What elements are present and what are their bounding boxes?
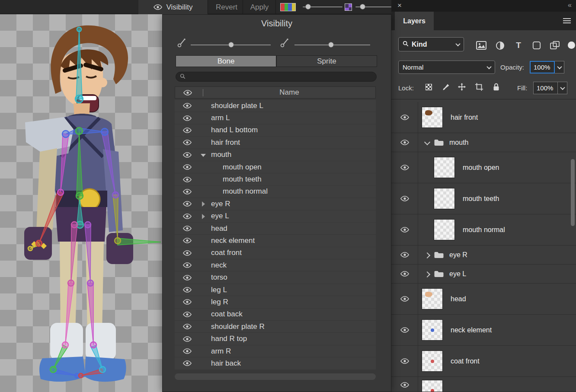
filter-adjustment-icon[interactable]	[495, 41, 505, 50]
eye-icon[interactable]	[175, 115, 200, 121]
expander-icon[interactable]	[200, 124, 208, 136]
table-row[interactable]: neck element	[175, 235, 376, 246]
expander-icon[interactable]	[200, 100, 208, 112]
eye-icon[interactable]	[175, 249, 200, 256]
table-row[interactable]: neck	[175, 259, 376, 271]
table-row[interactable]: mouth	[175, 149, 376, 161]
layer-row[interactable]: mouth open	[391, 152, 576, 183]
eye-cell[interactable]	[391, 183, 418, 214]
layer-row[interactable]: neck element	[391, 315, 576, 346]
expander-icon[interactable]	[200, 259, 208, 271]
eye-icon[interactable]	[175, 127, 200, 134]
table-row[interactable]: mouth open	[175, 161, 376, 173]
panel-bone-opacity-knob[interactable]	[228, 42, 234, 48]
group-row[interactable]: eye R	[391, 245, 576, 265]
table-row[interactable]: eye L	[175, 210, 376, 222]
eye-icon[interactable]	[400, 164, 410, 171]
eye-cell[interactable]	[391, 315, 418, 345]
eye-icon[interactable]	[175, 348, 200, 355]
lock-transparency-icon[interactable]	[423, 82, 434, 92]
eye-icon[interactable]	[175, 188, 200, 195]
search-box[interactable]	[176, 72, 377, 82]
table-row[interactable]: torso	[175, 271, 376, 283]
expander-icon[interactable]	[424, 252, 429, 258]
layer-row[interactable]: hair front	[391, 102, 576, 133]
layer-row[interactable]	[391, 377, 576, 392]
eye-icon[interactable]	[175, 311, 200, 318]
eye-icon[interactable]	[175, 176, 200, 183]
expander-icon[interactable]	[424, 140, 429, 145]
expander-icon[interactable]	[200, 247, 208, 259]
table-row[interactable]: hand R top	[175, 333, 376, 344]
vertical-scrollbar[interactable]	[571, 159, 575, 226]
layer-thumbnail[interactable]	[422, 380, 443, 392]
eye-icon[interactable]	[175, 213, 200, 220]
eye-icon[interactable]	[400, 252, 410, 258]
group-row[interactable]: mouth	[391, 133, 576, 152]
opacity-input[interactable]: 100%	[530, 61, 555, 73]
lock-pixels-brush-icon[interactable]	[441, 82, 451, 92]
eye-icon[interactable]	[400, 381, 410, 388]
eye-icon[interactable]	[175, 360, 200, 367]
fill-input[interactable]: 100%	[533, 82, 558, 94]
table-row[interactable]: eye R	[175, 198, 376, 210]
layer-thumbnail[interactable]	[422, 351, 443, 372]
eye-icon[interactable]	[400, 226, 410, 233]
layer-thumbnail[interactable]	[434, 219, 455, 240]
expander-icon[interactable]	[200, 174, 208, 185]
layer-thumbnail[interactable]	[422, 288, 443, 309]
expander-icon[interactable]	[200, 321, 208, 332]
expander-icon[interactable]	[200, 112, 208, 124]
eye-icon[interactable]	[400, 358, 410, 365]
expander-icon[interactable]	[424, 271, 429, 277]
eye-icon[interactable]	[175, 287, 200, 293]
filter-smart-object-icon[interactable]	[550, 41, 560, 50]
sprite-tint-swatch[interactable]	[345, 3, 352, 11]
eye-cell[interactable]	[391, 133, 418, 152]
eye-cell[interactable]	[391, 284, 418, 314]
lock-position-move-icon[interactable]	[457, 82, 467, 92]
search-input[interactable]	[188, 73, 376, 80]
expander-icon[interactable]	[200, 296, 208, 308]
layer-thumbnail[interactable]	[434, 157, 455, 178]
table-row[interactable]: hand L bottom	[175, 124, 376, 136]
bone-opacity-knob[interactable]	[305, 4, 311, 10]
expander-icon[interactable]	[200, 186, 208, 198]
eye-icon[interactable]	[175, 201, 200, 207]
eye-cell[interactable]	[391, 152, 418, 183]
eye-icon[interactable]	[175, 335, 200, 342]
tab-layers[interactable]: Layers	[395, 12, 434, 30]
expander-icon[interactable]	[200, 284, 208, 296]
table-row[interactable]: arm L	[175, 112, 376, 124]
expander-icon[interactable]	[200, 333, 208, 345]
eye-icon[interactable]	[175, 164, 200, 171]
eye-icon[interactable]	[400, 327, 410, 334]
eye-icon[interactable]	[175, 139, 200, 146]
layer-row[interactable]: coat front	[391, 346, 576, 377]
filter-toggle-button[interactable]	[568, 41, 575, 49]
sprite-opacity-knob[interactable]	[360, 4, 365, 10]
expander-icon[interactable]	[200, 345, 208, 357]
group-row[interactable]: eye L	[391, 265, 576, 284]
expander-icon[interactable]	[200, 149, 208, 161]
table-row[interactable]: leg L	[175, 284, 376, 296]
layer-thumbnail[interactable]	[422, 319, 443, 341]
eye-icon[interactable]	[400, 114, 410, 121]
eye-icon[interactable]	[175, 102, 200, 109]
table-row[interactable]: head	[175, 223, 376, 234]
panel-menu-icon[interactable]	[563, 18, 571, 25]
expander-icon[interactable]	[200, 272, 208, 284]
opacity-dropdown-button[interactable]	[555, 61, 564, 73]
table-row[interactable]: shoulder plate R	[175, 321, 376, 332]
eye-icon[interactable]	[175, 323, 200, 330]
eye-icon[interactable]	[400, 271, 410, 277]
expander-icon[interactable]	[200, 161, 208, 173]
eye-cell[interactable]	[391, 102, 418, 133]
eye-icon[interactable]	[175, 237, 200, 244]
table-row[interactable]: shoulder plate L	[175, 100, 376, 112]
table-row[interactable]: coat back	[175, 309, 376, 320]
horizontal-scrollbar[interactable]	[175, 373, 376, 380]
table-row[interactable]: hair front	[175, 137, 376, 148]
table-row[interactable]: hair back	[175, 357, 376, 369]
layer-thumbnail[interactable]	[422, 107, 443, 128]
